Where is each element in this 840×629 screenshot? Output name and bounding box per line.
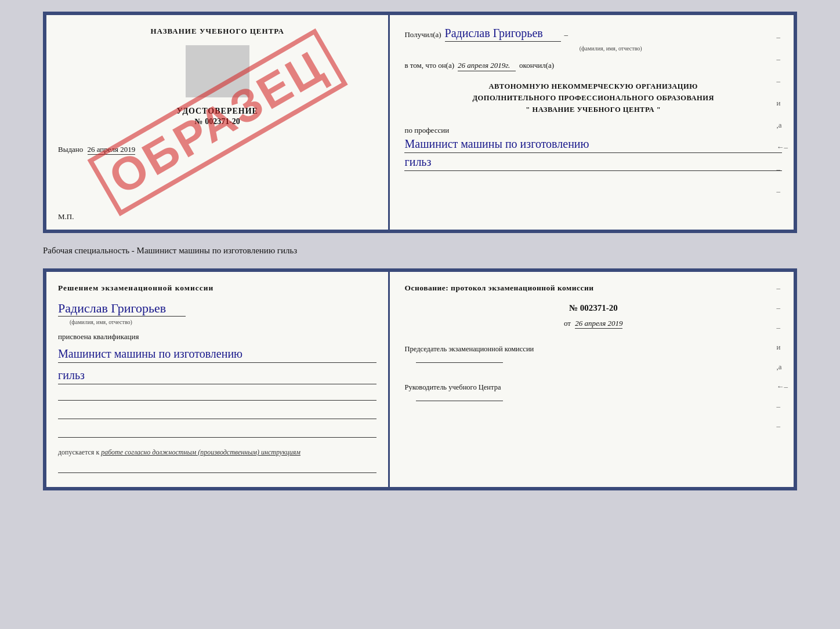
director-block: Руководитель учебного Центра (404, 381, 782, 405)
profession-cursive-2: гильз (404, 153, 782, 171)
top-document: НАЗВАНИЕ УЧЕБНОГО ЦЕНТРА УДОСТОВЕРЕНИЕ №… (43, 12, 797, 233)
divider-label: Рабочая специальность - Машинист машины … (43, 243, 797, 258)
right-dashes-top: – – – и ,а ←– – – (776, 32, 788, 196)
profession-block: по профессии Машинист машины по изготовл… (404, 126, 782, 171)
underline-2 (58, 409, 376, 419)
dash1: – (564, 30, 569, 39)
received-name: Радислав Григорьев (445, 27, 561, 42)
underline-1 (58, 390, 376, 401)
protocol-date-value: 26 апреля 2019 (575, 319, 622, 329)
cert-issued-label: Выдано (58, 145, 83, 154)
org-block: АВТОНОМНУЮ НЕКОММЕРЧЕСКУЮ ОРГАНИЗАЦИЮ ДО… (404, 81, 782, 115)
director-label: Руководитель учебного Центра (404, 381, 782, 393)
bottom-doc-right: Основание: протокол экзаменационной коми… (390, 272, 794, 487)
org-line3: " НАЗВАНИЕ УЧЕБНОГО ЦЕНТРА " (404, 104, 782, 115)
received-label: Получил(а) (404, 30, 441, 39)
chairman-label: Председатель экзаменационной комиссии (404, 343, 782, 355)
qualification-cursive-1: Машинист машины по изготовлению (58, 345, 376, 363)
in-that-label: в том, что он(а) (404, 61, 454, 70)
person-subtext: (фамилия, имя, отчество) (70, 319, 376, 325)
date-value: 26 апреля 2019г. (458, 61, 516, 71)
org-line1: АВТОНОМНУЮ НЕКОММЕРЧЕСКУЮ ОРГАНИЗАЦИЮ (404, 81, 782, 92)
basis-title: Основание: протокол экзаменационной коми… (404, 283, 782, 293)
bottom-document: Решением экзаменационной комиссии Радисл… (43, 268, 797, 490)
protocol-date: от 26 апреля 2019 (404, 319, 782, 328)
qualification-label: присвоена квалификация (58, 332, 376, 341)
in-that-row: в том, что он(а) 26 апреля 2019г. окончи… (404, 61, 782, 71)
director-sig-line (416, 401, 503, 401)
date-prefix: от (564, 319, 571, 328)
chairman-sig-line (416, 362, 503, 363)
person-name: Радислав Григорьев (58, 301, 186, 317)
decision-title: Решением экзаменационной комиссии (58, 283, 376, 293)
underline-3 (58, 427, 376, 438)
profession-cursive-1: Машинист машины по изготовлению (404, 135, 782, 153)
underline-4 (58, 463, 376, 473)
cert-photo (186, 45, 249, 97)
bottom-doc-left: Решением экзаменационной комиссии Радисл… (46, 272, 390, 487)
protocol-number: № 002371-20 (404, 303, 782, 313)
допускается-value: работе согласно должностным (производств… (101, 448, 300, 456)
допускается-block: допускается к работе согласно должностны… (58, 448, 376, 457)
cert-issued: Выдано 26 апреля 2019 (58, 145, 376, 154)
cert-number: № 002371-20 (195, 117, 240, 126)
received-row: Получил(а) Радислав Григорьев – (404, 27, 782, 42)
chairman-block: Председатель экзаменационной комиссии (404, 343, 782, 366)
qualification-cursive-2: гильз (58, 366, 376, 384)
cert-subtitle: УДОСТОВЕРЕНИЕ (177, 107, 258, 116)
profession-label: по профессии (404, 126, 449, 134)
cert-mp: М.П. (58, 212, 74, 221)
completed-label: окончил(а) (519, 61, 554, 70)
person-row: Радислав Григорьев (58, 301, 376, 317)
top-doc-left: НАЗВАНИЕ УЧЕБНОГО ЦЕНТРА УДОСТОВЕРЕНИЕ №… (46, 15, 390, 230)
right-dashes-bottom: – – – и ,а ←– – – (776, 283, 788, 431)
cert-title: НАЗВАНИЕ УЧЕБНОГО ЦЕНТРА (150, 27, 284, 36)
top-doc-right: Получил(а) Радислав Григорьев – (фамилия… (390, 15, 794, 230)
cert-issued-date: 26 апреля 2019 (88, 145, 136, 155)
допускается-label: допускается к (58, 448, 99, 456)
name-subtext: (фамилия, имя, отчество) (439, 45, 782, 52)
org-line2: ДОПОЛНИТЕЛЬНОГО ПРОФЕССИОНАЛЬНОГО ОБРАЗО… (404, 92, 782, 104)
